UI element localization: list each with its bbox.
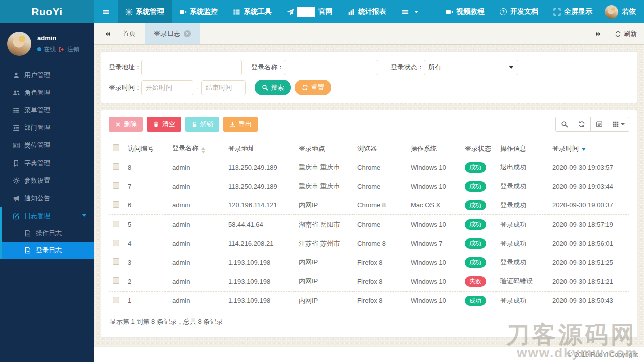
login-name-input[interactable] xyxy=(284,60,378,75)
table-toolbar: 删除 清空 解锁 导出 xyxy=(109,117,629,132)
nav-menu-more[interactable] xyxy=(394,0,426,23)
nav-link-全屏显示[interactable]: 全屏显示 xyxy=(546,0,600,23)
row-checkbox[interactable] xyxy=(113,240,119,246)
nav-menu-系统监控[interactable]: 系统监控 xyxy=(172,0,225,23)
tab-登录日志[interactable]: 登录日志× xyxy=(145,23,200,44)
tab-refresh-button[interactable]: 刷新 xyxy=(615,29,637,38)
start-time-input[interactable] xyxy=(141,80,193,95)
column-header-登录地址[interactable]: 登录地址 xyxy=(224,139,295,158)
select-all-checkbox[interactable] xyxy=(113,144,119,151)
nav-menu-统计报表[interactable]: 统计报表 xyxy=(340,0,394,23)
sidebar-item-通知公告[interactable]: 通知公告 xyxy=(0,189,94,207)
cell-os: Windows 10 xyxy=(407,272,461,291)
tabs-scroll-left-button[interactable] xyxy=(101,23,114,44)
sidebar-item-操作日志[interactable]: 操作日志 xyxy=(2,225,94,242)
table-card: 删除 清空 解锁 导出 xyxy=(101,110,637,338)
header-checkbox-cell xyxy=(109,139,124,158)
refresh-table-button[interactable] xyxy=(573,117,591,132)
column-header-登录状态[interactable]: 登录状态 xyxy=(461,139,496,158)
date-range-separator: - xyxy=(196,84,198,91)
export-button[interactable]: 导出 xyxy=(223,117,258,132)
cell-login-name: admin xyxy=(168,215,224,234)
sidebar-item-岗位管理[interactable]: 岗位管理 xyxy=(0,136,94,154)
sidebar-item-参数设置[interactable]: 参数设置 xyxy=(0,172,94,189)
delete-button[interactable]: 删除 xyxy=(109,117,143,132)
nav-link-视频教程[interactable]: 视频教程 xyxy=(438,0,492,23)
navbar-user-menu[interactable]: 若依 xyxy=(600,0,644,23)
column-header-登录名称[interactable]: 登录名称 xyxy=(168,139,224,158)
login-status-select[interactable]: 所有 xyxy=(424,60,518,75)
unlock-button[interactable]: 解锁 xyxy=(185,117,219,132)
user-icon xyxy=(13,71,20,79)
column-header-访问编号[interactable]: 访问编号 xyxy=(124,139,168,158)
pagination-summary: 显示第 1 到第 8 条记录，总共 8 条记录 xyxy=(109,310,629,328)
search-button[interactable]: 搜索 xyxy=(255,80,291,95)
login-address-input[interactable] xyxy=(141,60,242,75)
sidebar-item-日志管理[interactable]: 日志管理 xyxy=(2,207,94,225)
unlock-icon xyxy=(191,121,198,128)
toggle-search-button[interactable] xyxy=(555,117,573,132)
end-time-input[interactable] xyxy=(201,80,246,95)
column-header-操作系统[interactable]: 操作系统 xyxy=(407,139,461,158)
tab-bar: 首页登录日志× 刷新 xyxy=(94,23,644,45)
status-badge: 成功 xyxy=(465,200,486,211)
censored-box xyxy=(297,7,315,17)
bullhorn-icon xyxy=(13,195,20,202)
column-header-浏览器[interactable]: 浏览器 xyxy=(353,139,407,158)
sidebar: admin 在线 注销 用户管理角色管理菜单管理部门管理岗位管理字典管理参数设置… xyxy=(0,23,94,362)
row-checkbox[interactable] xyxy=(113,258,119,265)
cell-time: 2020-09-30 18:51:21 xyxy=(548,272,629,291)
nav-menu-官网[interactable]: 官网 xyxy=(279,0,340,23)
sidebar-item-部门管理[interactable]: 部门管理 xyxy=(0,119,94,136)
column-header-操作信息[interactable]: 操作信息 xyxy=(496,139,548,158)
tab-首页[interactable]: 首页 xyxy=(114,23,145,44)
reset-button[interactable]: 重置 xyxy=(295,80,331,95)
cell-message: 登录成功 xyxy=(496,196,548,215)
top-navbar: RuoYi 系统管理系统监控系统工具官网统计报表 视频教程?开发文档全屏显示若依 xyxy=(0,0,644,23)
cell-browser: Chrome xyxy=(353,177,407,196)
cell-os: Windows 10 xyxy=(407,215,461,234)
user-avatar[interactable] xyxy=(7,32,31,56)
sidebar-item-字典管理[interactable]: 字典管理 xyxy=(0,154,94,172)
sort-desc-icon[interactable] xyxy=(582,148,586,151)
row-checkbox[interactable] xyxy=(113,221,119,227)
hamburger-icon xyxy=(102,8,110,16)
tabs-scroll-right-button[interactable] xyxy=(592,31,605,37)
status-badge: 失败 xyxy=(465,276,486,287)
nav-link-开发文档[interactable]: ?开发文档 xyxy=(492,0,546,23)
clear-button[interactable]: 清空 xyxy=(147,117,181,132)
sidebar-toggle-button[interactable] xyxy=(94,0,118,23)
nav-menu-系统管理[interactable]: 系统管理 xyxy=(118,0,172,23)
row-checkbox[interactable] xyxy=(113,163,119,170)
columns-dropdown-button[interactable] xyxy=(608,117,629,132)
sidebar-item-用户管理[interactable]: 用户管理 xyxy=(0,66,94,84)
logout-link[interactable]: 注销 xyxy=(67,45,79,54)
outdent-icon xyxy=(13,124,20,131)
gear-icon xyxy=(125,8,133,16)
tab-close-icon[interactable]: × xyxy=(184,30,191,37)
cell-login-name: admin xyxy=(168,177,224,196)
refresh-icon xyxy=(615,31,621,37)
row-checkbox[interactable] xyxy=(113,297,119,303)
row-checkbox[interactable] xyxy=(113,182,119,189)
video-icon xyxy=(179,8,187,16)
close-x-icon xyxy=(115,121,121,128)
sidebar-item-角色管理[interactable]: 角色管理 xyxy=(0,84,94,101)
idcard-icon xyxy=(13,142,20,149)
column-header-登录地点[interactable]: 登录地点 xyxy=(295,139,353,158)
sort-icon[interactable] xyxy=(201,147,205,153)
cell-os: Windows 10 xyxy=(407,253,461,272)
row-checkbox[interactable] xyxy=(113,277,119,284)
detail-view-button[interactable] xyxy=(591,117,608,132)
sidebar-item-登录日志[interactable]: 登录日志 xyxy=(2,242,94,259)
cell-ip: 114.216.208.21 xyxy=(224,234,295,253)
online-status-label: 在线 xyxy=(44,45,56,54)
cell-browser: Chrome xyxy=(353,215,407,234)
cell-ip: 113.250.249.189 xyxy=(224,158,295,177)
row-checkbox[interactable] xyxy=(113,201,119,208)
nav-menu-系统工具[interactable]: 系统工具 xyxy=(225,0,279,23)
column-header-登录时间[interactable]: 登录时间 xyxy=(548,139,629,158)
sidebar-item-菜单管理[interactable]: 菜单管理 xyxy=(0,101,94,119)
question-icon: ? xyxy=(500,8,507,16)
cell-browser: Firefox 8 xyxy=(353,272,407,291)
